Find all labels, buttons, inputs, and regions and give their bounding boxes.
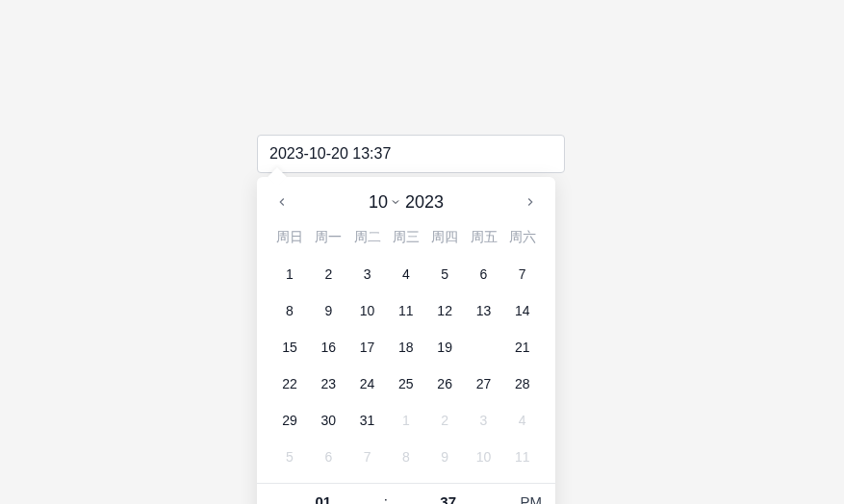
- day-number: 13: [476, 303, 492, 318]
- day-cell[interactable]: 18: [387, 329, 425, 365]
- day-number: 8: [286, 303, 294, 318]
- day-cell[interactable]: 26: [425, 365, 464, 402]
- day-cell[interactable]: 4: [503, 402, 542, 439]
- time-row: 01 : 37 PM: [257, 483, 555, 504]
- days-grid: 1234567891011121314151617181920212223242…: [270, 256, 542, 475]
- month-year-selector: 10 2023: [369, 192, 444, 213]
- day-number: 14: [515, 303, 530, 318]
- day-cell[interactable]: 7: [348, 439, 387, 475]
- minute-value[interactable]: 37: [396, 493, 501, 504]
- day-number: 31: [360, 413, 375, 428]
- day-cell[interactable]: 14: [503, 292, 542, 329]
- day-cell[interactable]: 5: [270, 439, 309, 475]
- day-number: 24: [360, 376, 375, 391]
- day-number: 10: [360, 303, 375, 318]
- day-cell[interactable]: 23: [309, 365, 347, 402]
- day-cell[interactable]: 20: [464, 329, 502, 365]
- day-number: 9: [324, 303, 332, 318]
- day-number: 11: [398, 303, 414, 318]
- day-cell[interactable]: 6: [464, 256, 502, 292]
- weekday-label: 周五: [464, 223, 502, 252]
- day-cell[interactable]: 2: [309, 256, 347, 292]
- day-number: 6: [324, 449, 332, 465]
- day-cell[interactable]: 28: [503, 365, 542, 402]
- day-number: 25: [398, 376, 414, 391]
- day-cell[interactable]: 29: [270, 402, 309, 439]
- day-cell[interactable]: 30: [309, 402, 347, 439]
- weekday-row: 周日 周一 周二 周三 周四 周五 周六: [270, 223, 542, 252]
- day-cell[interactable]: 1: [387, 402, 425, 439]
- day-cell[interactable]: 3: [348, 256, 387, 292]
- day-number: 7: [364, 449, 371, 465]
- month-label: 10: [369, 192, 388, 213]
- day-number: 11: [515, 449, 530, 465]
- day-number: 12: [437, 303, 452, 318]
- year-label[interactable]: 2023: [405, 192, 444, 213]
- day-cell[interactable]: 13: [464, 292, 502, 329]
- day-number: 17: [360, 340, 375, 355]
- day-cell[interactable]: 17: [348, 329, 387, 365]
- day-number: 5: [286, 449, 294, 465]
- day-number: 10: [476, 449, 492, 465]
- prev-month-button[interactable]: [270, 190, 294, 214]
- day-cell[interactable]: 11: [503, 439, 542, 475]
- day-cell[interactable]: 4: [387, 256, 425, 292]
- day-number: 5: [441, 266, 448, 282]
- day-cell[interactable]: 11: [387, 292, 425, 329]
- day-number: 4: [519, 413, 526, 428]
- datetime-input[interactable]: [257, 135, 565, 173]
- day-cell[interactable]: 25: [387, 365, 425, 402]
- day-cell[interactable]: 31: [348, 402, 387, 439]
- day-number: 15: [282, 340, 297, 355]
- day-cell[interactable]: 9: [309, 292, 347, 329]
- day-cell[interactable]: 22: [270, 365, 309, 402]
- day-cell[interactable]: 15: [270, 329, 309, 365]
- day-cell[interactable]: 6: [309, 439, 347, 475]
- day-cell[interactable]: 10: [464, 439, 502, 475]
- month-select[interactable]: 10: [369, 192, 401, 213]
- weekday-label: 周日: [270, 223, 309, 252]
- day-number: 30: [320, 413, 336, 428]
- day-number: 28: [515, 376, 530, 391]
- day-number: 29: [282, 413, 297, 428]
- weekday-label: 周四: [425, 223, 464, 252]
- day-number: 6: [480, 266, 488, 282]
- day-number: 23: [320, 376, 336, 391]
- day-cell[interactable]: 9: [425, 439, 464, 475]
- day-number: 4: [402, 266, 410, 282]
- day-cell[interactable]: 7: [503, 256, 542, 292]
- day-cell[interactable]: 16: [309, 329, 347, 365]
- ampm-toggle[interactable]: PM: [501, 493, 543, 504]
- day-number: 3: [480, 413, 488, 428]
- day-number: 18: [398, 340, 414, 355]
- day-number: 2: [441, 413, 448, 428]
- day-cell[interactable]: 12: [425, 292, 464, 329]
- day-cell[interactable]: 27: [464, 365, 502, 402]
- day-number: 27: [476, 376, 492, 391]
- hour-value[interactable]: 01: [270, 493, 376, 504]
- weekday-label: 周一: [309, 223, 347, 252]
- day-cell[interactable]: 1: [270, 256, 309, 292]
- chevron-down-icon: [390, 196, 401, 208]
- day-number: 16: [320, 340, 336, 355]
- day-cell[interactable]: 8: [387, 439, 425, 475]
- day-cell[interactable]: 2: [425, 402, 464, 439]
- day-cell[interactable]: 21: [503, 329, 542, 365]
- day-number: 2: [324, 266, 332, 282]
- day-number: 20: [476, 340, 492, 355]
- weekday-label: 周二: [348, 223, 387, 252]
- day-cell[interactable]: 3: [464, 402, 502, 439]
- day-number: 1: [402, 413, 410, 428]
- day-cell[interactable]: 10: [348, 292, 387, 329]
- day-cell[interactable]: 8: [270, 292, 309, 329]
- weekday-label: 周六: [503, 223, 542, 252]
- next-month-button[interactable]: [519, 190, 542, 214]
- day-cell[interactable]: 5: [425, 256, 464, 292]
- day-number: 22: [282, 376, 297, 391]
- day-cell[interactable]: 19: [425, 329, 464, 365]
- time-separator: :: [376, 493, 396, 504]
- day-cell[interactable]: 24: [348, 365, 387, 402]
- day-number: 7: [519, 266, 526, 282]
- datetime-popover: 10 2023 周日 周一 周二 周三 周四 周五 周六 12345678910…: [257, 177, 555, 504]
- chevron-right-icon: [524, 195, 537, 209]
